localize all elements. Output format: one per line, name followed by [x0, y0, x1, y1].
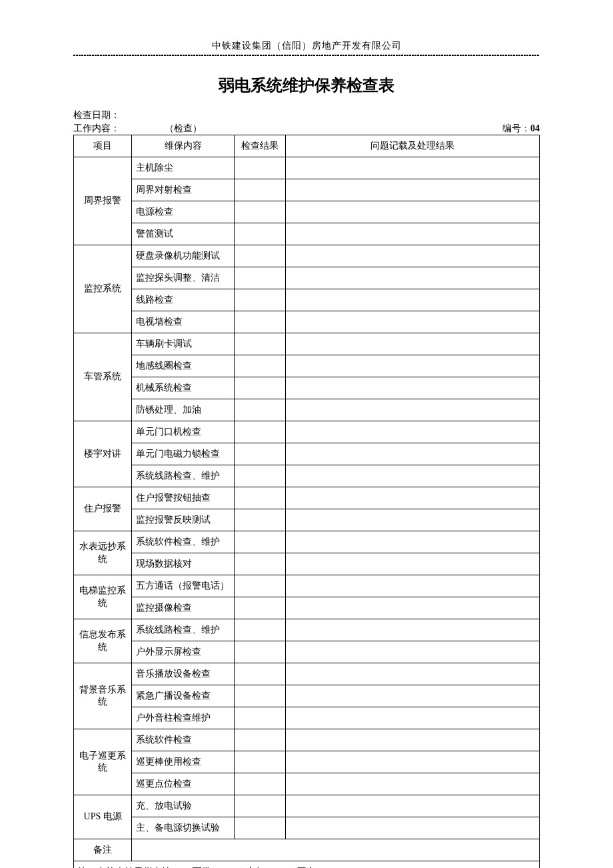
result-cell — [235, 509, 286, 531]
project-cell: 背景音乐系统 — [74, 663, 132, 729]
table-row: 监控报警反映测试 — [74, 509, 540, 531]
issue-cell — [286, 157, 540, 179]
remark-blank-cell — [132, 839, 540, 861]
table-row: 机械系统检查 — [74, 377, 540, 399]
issue-cell — [286, 399, 540, 421]
table-row: 紧急广播设备检查 — [74, 685, 540, 707]
result-cell — [235, 751, 286, 773]
result-cell — [235, 267, 286, 289]
project-cell: 信息发布系统 — [74, 619, 132, 663]
table-row: 线路检查 — [74, 289, 540, 311]
issue-cell — [286, 707, 540, 729]
col-project: 项目 — [74, 135, 132, 157]
issue-cell — [286, 795, 540, 817]
issue-cell — [286, 201, 540, 223]
issue-cell — [286, 289, 540, 311]
content-cell: 户外显示屏检查 — [132, 641, 235, 663]
project-cell: 住户报警 — [74, 487, 132, 531]
result-cell — [235, 729, 286, 751]
project-cell: 周界报警 — [74, 157, 132, 245]
content-cell: 单元门电磁力锁检查 — [132, 443, 235, 465]
issue-cell — [286, 685, 540, 707]
table-row: 户外显示屏检查 — [74, 641, 540, 663]
issue-cell — [286, 729, 540, 751]
col-result: 检查结果 — [235, 135, 286, 157]
content-cell: 警笛测试 — [132, 223, 235, 245]
issue-cell — [286, 509, 540, 531]
issue-cell — [286, 531, 540, 553]
content-cell: 主机除尘 — [132, 157, 235, 179]
issue-cell — [286, 245, 540, 267]
issue-cell — [286, 751, 540, 773]
result-cell — [235, 575, 286, 597]
issue-cell — [286, 597, 540, 619]
table-body: 周界报警主机除尘周界对射检查电源检查警笛测试监控系统硬盘录像机功能测试监控探头调… — [74, 157, 540, 869]
table-row: 周界报警主机除尘 — [74, 157, 540, 179]
result-cell — [235, 817, 286, 839]
content-cell: 周界对射检查 — [132, 179, 235, 201]
header-divider — [73, 55, 540, 56]
result-cell — [235, 597, 286, 619]
issue-cell — [286, 465, 540, 487]
issue-cell — [286, 377, 540, 399]
result-cell — [235, 355, 286, 377]
content-cell: 巡更棒使用检查 — [132, 751, 235, 773]
table-row: 单元门电磁力锁检查 — [74, 443, 540, 465]
issue-cell — [286, 267, 540, 289]
issue-cell — [286, 355, 540, 377]
note-cell: 注：在检查结果栏中填 1、√正常； 2、△良好；3、X 不良 — [74, 861, 540, 869]
issue-cell — [286, 773, 540, 795]
serial-value: 04 — [530, 123, 540, 133]
result-cell — [235, 245, 286, 267]
project-cell: 电梯监控系统 — [74, 575, 132, 619]
result-cell — [235, 773, 286, 795]
table-row: 电视墙检查 — [74, 311, 540, 333]
table-row: 信息发布系统系统线路检查、维护 — [74, 619, 540, 641]
table-row: 楼宇对讲单元门口机检查 — [74, 421, 540, 443]
issue-cell — [286, 223, 540, 245]
result-cell — [235, 377, 286, 399]
content-cell: 车辆刷卡调试 — [132, 333, 235, 355]
result-cell — [235, 399, 286, 421]
result-cell — [235, 795, 286, 817]
result-cell — [235, 443, 286, 465]
result-cell — [235, 157, 286, 179]
result-cell — [235, 179, 286, 201]
remark-row: 备注 — [74, 839, 540, 861]
table-row: 车管系统车辆刷卡调试 — [74, 333, 540, 355]
document-page: 中铁建设集团（信阳）房地产开发有限公司 弱电系统维护保养检查表 检查日期： 工作… — [0, 0, 613, 868]
content-cell: 硬盘录像机功能测试 — [132, 245, 235, 267]
table-row: 背景音乐系统音乐播放设备检查 — [74, 663, 540, 685]
table-row: 地感线圈检查 — [74, 355, 540, 377]
table-row: 系统线路检查、维护 — [74, 465, 540, 487]
table-row: 现场数据核对 — [74, 553, 540, 575]
content-cell: 机械系统检查 — [132, 377, 235, 399]
remark-label-cell: 备注 — [74, 839, 132, 861]
issue-cell — [286, 311, 540, 333]
result-cell — [235, 421, 286, 443]
content-cell: 主、备电源切换试验 — [132, 817, 235, 839]
issue-cell — [286, 179, 540, 201]
project-cell: 水表远抄系统 — [74, 531, 132, 575]
content-cell: 系统线路检查、维护 — [132, 619, 235, 641]
table-row: 防锈处理、加油 — [74, 399, 540, 421]
result-cell — [235, 465, 286, 487]
issue-cell — [286, 641, 540, 663]
table-row: 住户报警住户报警按钮抽查 — [74, 487, 540, 509]
work-meta-row: 工作内容： （检查） 编号：04 — [73, 123, 540, 135]
issue-cell — [286, 421, 540, 443]
content-cell: 监控探头调整、清洁 — [132, 267, 235, 289]
result-cell — [235, 289, 286, 311]
content-cell: 系统软件检查 — [132, 729, 235, 751]
note-row: 注：在检查结果栏中填 1、√正常； 2、△良好；3、X 不良 — [74, 861, 540, 869]
table-row: 巡更点位检查 — [74, 773, 540, 795]
table-row: 主、备电源切换试验 — [74, 817, 540, 839]
col-issue: 问题记载及处理结果 — [286, 135, 540, 157]
content-cell: 地感线圈检查 — [132, 355, 235, 377]
project-cell: 监控系统 — [74, 245, 132, 333]
table-row: 周界对射检查 — [74, 179, 540, 201]
table-row: 电子巡更系统系统软件检查 — [74, 729, 540, 751]
serial-label: 编号： — [502, 123, 530, 133]
work-content-label: 工作内容： — [73, 123, 120, 133]
content-cell: 防锈处理、加油 — [132, 399, 235, 421]
